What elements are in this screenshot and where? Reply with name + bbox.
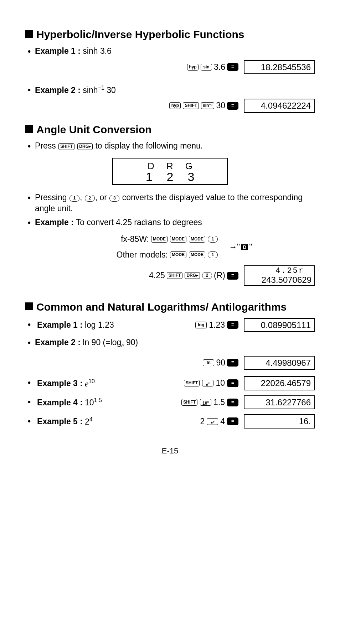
result-display: 18.28545536 xyxy=(244,60,315,74)
section-heading-log: Common and Natural Logarithms/ Antilogar… xyxy=(25,300,315,314)
bullet-icon: • xyxy=(28,338,31,349)
mode-key: MODE xyxy=(189,236,205,243)
execute-key: = xyxy=(227,321,238,329)
example-5-log: • Example 5 : 24 2 xy 4 = 16. xyxy=(25,414,315,429)
ex-key: ex xyxy=(202,380,213,386)
text: Press xyxy=(35,141,58,150)
drg-key: DRG▸ xyxy=(77,143,93,150)
fx85w-label: fx-85W: xyxy=(121,234,149,245)
example-problem: sinh−1 30 xyxy=(83,85,116,95)
text: to display the following menu. xyxy=(95,141,203,150)
two-key: 2 xyxy=(202,272,212,279)
hyp-key: hyp xyxy=(169,102,181,109)
example-label: Example : xyxy=(35,218,74,227)
xy-key: xy xyxy=(207,418,218,425)
bullet-icon: • xyxy=(28,141,31,152)
bullet-icon: • xyxy=(28,218,31,229)
example-4-log: • Example 4 : 101.5 SHIFT 10x 1.5 = 31.6… xyxy=(25,395,315,410)
execute-key: = xyxy=(227,359,238,367)
drg-labels: DRG xyxy=(113,161,227,171)
shift-key: SHIFT xyxy=(181,399,197,406)
pressing-instruction: • Pressing 1, 2, or 3 converts the displ… xyxy=(28,192,315,214)
example-problem: 101.5 xyxy=(85,396,102,408)
example-label: Example 2 : xyxy=(35,85,81,95)
execute-key: = xyxy=(227,63,238,71)
result-display: 22026.46579 xyxy=(244,376,315,390)
input-value: 1.23 xyxy=(209,320,225,331)
bullet-icon: • xyxy=(28,378,31,389)
mode-key: MODE xyxy=(170,251,186,258)
example-label: Example 1 : xyxy=(35,46,81,56)
result-lower: 243.5070629 xyxy=(247,275,311,285)
example-problem: log 1.23 xyxy=(85,320,114,331)
execute-key: = xyxy=(227,102,238,110)
input-value: 1.5 xyxy=(213,397,225,408)
shift-key: SHIFT xyxy=(184,380,200,386)
result-display: 0.089905111 xyxy=(244,318,315,332)
sin-inverse-key: sin⁻¹ xyxy=(201,102,214,109)
mode-key: MODE xyxy=(151,236,168,243)
one-key: 1 xyxy=(208,236,218,243)
bullet-icon: • xyxy=(28,85,31,96)
example-problem: To convert 4.25 radians to degrees xyxy=(76,218,202,227)
mode-sequence-block: fx-85W: MODE MODE MODE 1 Other models: M… xyxy=(53,232,315,261)
shift-key: SHIFT xyxy=(183,102,199,109)
ln-key: ln xyxy=(203,359,214,366)
result-upper: 4.25r xyxy=(247,267,311,275)
other-models-label: Other models: xyxy=(117,249,168,260)
example-1-log: • Example 1 : log 1.23 log 1.23 = 0.0899… xyxy=(25,318,315,332)
example-label: Example 1 : xyxy=(37,320,83,331)
heading-text: Hyperbolic/Inverse Hyperbolic Functions xyxy=(36,28,244,41)
shift-key: SHIFT xyxy=(167,272,183,279)
heading-text: Angle Unit Conversion xyxy=(36,123,151,136)
r-label: (R) xyxy=(214,270,225,281)
comma: , xyxy=(80,193,82,202)
shift-key: SHIFT xyxy=(58,143,74,150)
keystroke-row: 4.25 SHIFT DRG▸ 2 (R) = 4.25r 243.507062… xyxy=(25,265,315,286)
page-number: E-15 xyxy=(25,446,315,456)
sin-key: sin xyxy=(201,64,212,71)
square-bullet-icon xyxy=(25,125,33,133)
result-display: 4.49980967 xyxy=(244,356,315,370)
example-problem: sinh 3.6 xyxy=(83,46,112,56)
input-value: 90 xyxy=(216,357,225,368)
drg-numbers: 123 xyxy=(113,171,227,183)
result-display: 4.25r 243.5070629 xyxy=(244,265,315,286)
drg-menu-display: DRG 123 xyxy=(112,158,228,185)
section-heading-angle: Angle Unit Conversion xyxy=(25,123,315,136)
input-value: 10 xyxy=(216,378,225,389)
execute-key: = xyxy=(227,399,238,406)
example-problem: e10 xyxy=(85,378,95,389)
result-display: 16. xyxy=(244,414,315,429)
two-key: 2 xyxy=(85,195,95,202)
example-1-hyp: • Example 1 : sinh 3.6 xyxy=(28,46,315,57)
example-label: Example 4 : xyxy=(37,397,83,408)
bullet-icon: • xyxy=(28,416,31,427)
input-value: 3.6 xyxy=(214,62,225,73)
example-label: Example 5 : xyxy=(37,416,83,427)
one-key: 1 xyxy=(208,251,218,258)
or-text: , or xyxy=(95,193,109,202)
execute-key: = xyxy=(227,417,238,425)
result-display: 4.094622224 xyxy=(244,99,315,113)
log-key: log xyxy=(195,322,207,328)
text: Pressing xyxy=(35,193,69,202)
example-2-log: • Example 2 : ln 90 (=loge 90) xyxy=(28,337,315,349)
execute-key: = xyxy=(227,272,238,280)
execute-key: = xyxy=(227,379,238,387)
bullet-icon: • xyxy=(28,320,31,331)
keystroke-row: hyp sin 3.6 = 18.28545536 xyxy=(25,60,315,74)
example-problem: 24 xyxy=(85,416,93,427)
example-problem: ln 90 (=loge 90) xyxy=(83,338,138,347)
drg-key: DRG▸ xyxy=(185,272,200,279)
example-angle: • Example : To convert 4.25 radians to d… xyxy=(28,217,315,229)
bullet-icon: • xyxy=(28,193,31,204)
input-value: 2 xyxy=(200,416,205,427)
keystroke-row: ln 90 = 4.49980967 xyxy=(25,356,315,370)
bullet-icon: • xyxy=(28,397,31,408)
example-label: Example 2 : xyxy=(35,338,81,347)
heading-text: Common and Natural Logarithms/ Antilogar… xyxy=(36,300,287,314)
three-key: 3 xyxy=(109,195,119,202)
bullet-icon: • xyxy=(28,46,31,57)
input-value: 4.25 xyxy=(149,270,165,281)
